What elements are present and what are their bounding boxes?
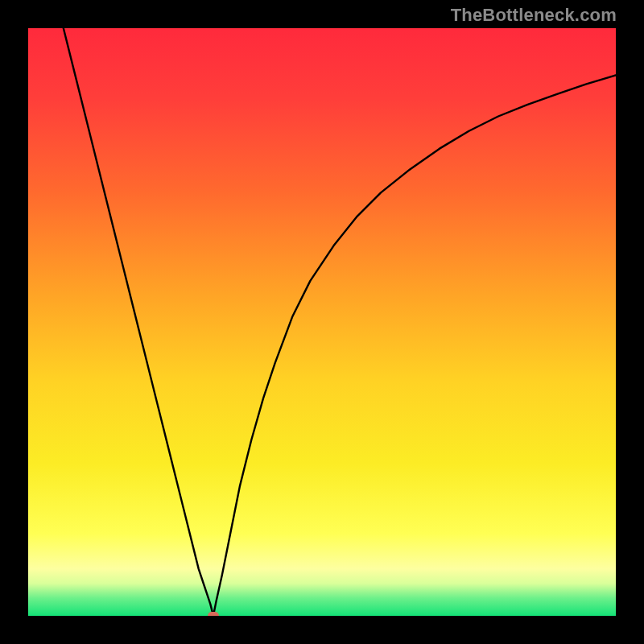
bottleneck-curve bbox=[28, 28, 616, 616]
optimal-marker bbox=[208, 612, 219, 616]
watermark-text: TheBottleneck.com bbox=[451, 5, 617, 26]
chart-frame: { "watermark": "TheBottleneck.com", "col… bbox=[0, 0, 644, 644]
plot-area bbox=[28, 28, 616, 616]
